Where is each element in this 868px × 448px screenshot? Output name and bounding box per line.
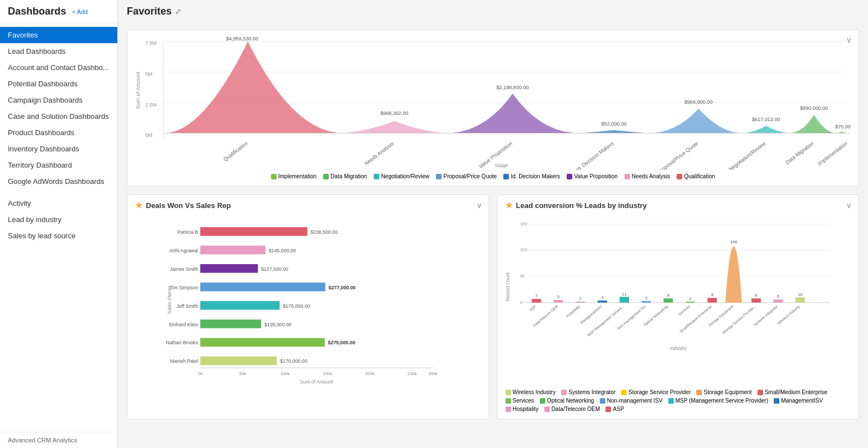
- industry-legend: Wireless Industry Systems Integrator Sto…: [506, 389, 851, 412]
- sidebar-item-activity[interactable]: Activity: [0, 195, 117, 211]
- main-content: Favorites ⤢ ∨ 7.5M 5M 2.5M 0M $4,959,530…: [118, 0, 868, 448]
- sidebar-header: Dashboards + Add: [0, 0, 117, 24]
- svg-text:6: 6: [777, 294, 779, 299]
- sidebar-item-case-solution[interactable]: Case and Solution Dashboards: [0, 108, 117, 124]
- svg-text:10: 10: [797, 292, 802, 297]
- legend-non-mgmt: Non-management ISV: [600, 398, 663, 404]
- sidebar: Dashboards + Add Favorites Lead Dashboar…: [0, 0, 118, 448]
- svg-text:Industry: Industry: [669, 345, 687, 351]
- svg-rect-94: [795, 297, 805, 302]
- svg-text:100: 100: [520, 247, 527, 252]
- svg-text:$966,900.00: $966,900.00: [685, 99, 713, 105]
- svg-text:$968,302.00: $968,302.00: [380, 109, 408, 116]
- legend-small-medium: Small/Medium Enterprise: [757, 389, 828, 395]
- svg-text:8: 8: [667, 293, 669, 298]
- svg-rect-83: [663, 298, 673, 302]
- legend-storage-service: Storage Service Provider: [621, 389, 691, 395]
- legend-data-telecom: Data/Telecom OEM: [544, 406, 600, 412]
- sidebar-item-inventory[interactable]: Inventory Dashboards: [0, 141, 117, 157]
- bar-chart-title: ★ Deals Won Vs Sales Rep: [135, 201, 481, 210]
- legend-item-implementation: Implementation: [271, 173, 316, 179]
- svg-rect-75: [575, 302, 585, 303]
- bar-chart-card: ∨ ★ Deals Won Vs Sales Rep Sales Owner P…: [127, 195, 489, 419]
- legend-hospitality: Hospitality: [506, 406, 539, 412]
- svg-text:$145,000.00: $145,000.00: [269, 248, 296, 253]
- svg-text:$75,000.00: $75,000.00: [835, 123, 851, 129]
- main-header: Favorites ⤢: [127, 0, 859, 22]
- svg-text:150: 150: [520, 221, 527, 227]
- svg-text:9: 9: [711, 292, 713, 297]
- svg-text:Hospitality: Hospitality: [565, 304, 581, 318]
- svg-text:$135,000.00: $135,000.00: [264, 322, 292, 327]
- industry-chart-svg: Record Count 150 100 50 0 7 5: [506, 213, 851, 387]
- svg-text:Sum of Amount: Sum of Amount: [300, 379, 333, 385]
- sidebar-item-account-contact[interactable]: Account and Contact Dashbo...: [0, 59, 117, 76]
- svg-text:Services: Services: [677, 304, 691, 316]
- sidebar-nav: Favorites Lead Dashboards Account and Co…: [0, 24, 117, 432]
- svg-text:Wireless Industry: Wireless Industry: [776, 304, 801, 326]
- sidebar-footer: Advanced CRM Analytics: [0, 432, 117, 448]
- collapse-bar-icon[interactable]: ∨: [476, 201, 482, 210]
- svg-text:7.5M: 7.5M: [145, 40, 157, 46]
- legend-asp: ASP: [605, 406, 624, 412]
- svg-rect-85: [685, 302, 695, 303]
- svg-text:Einhard Klein: Einhard Klein: [169, 322, 198, 327]
- svg-text:Qualification: Qualification: [222, 140, 249, 163]
- legend-wireless: Wireless Industry: [506, 389, 556, 395]
- svg-text:Proposal/Price Quote: Proposal/Price Quote: [656, 140, 699, 170]
- svg-text:$4,959,530.00: $4,959,530.00: [226, 35, 259, 41]
- svg-text:ManagementISV: ManagementISV: [579, 304, 603, 325]
- legend-item-proposal: Proposal/Price Quote: [436, 173, 497, 179]
- svg-text:0M: 0M: [145, 132, 153, 138]
- legend-storage-equipment: Storage Equipment: [696, 389, 752, 395]
- svg-text:7: 7: [535, 293, 537, 298]
- svg-text:100k: 100k: [281, 371, 290, 376]
- svg-rect-51: [200, 357, 277, 366]
- svg-text:Needs Analysis: Needs Analysis: [363, 140, 395, 167]
- svg-rect-71: [531, 299, 541, 303]
- sidebar-item-sales-lead-source[interactable]: Sales by lead source: [0, 228, 117, 244]
- svg-text:$127,500.00: $127,500.00: [261, 266, 288, 272]
- sidebar-item-lead-industry[interactable]: Lead by industry: [0, 211, 117, 228]
- svg-text:300k: 300k: [428, 371, 438, 376]
- svg-text:150k: 150k: [323, 371, 332, 376]
- funnel-svg: 7.5M 5M 2.5M 0M $4,959,530.00 $968,302.0…: [135, 35, 851, 170]
- legend-item-qualification: Qualification: [677, 173, 715, 179]
- funnel-chart-area: 7.5M 5M 2.5M 0M $4,959,530.00 $968,302.0…: [135, 35, 851, 170]
- industry-chart-title: ★ Lead conversion % Leads by industry: [506, 201, 851, 210]
- svg-text:11: 11: [622, 292, 626, 297]
- sidebar-item-lead-dashboards[interactable]: Lead Dashboards: [0, 43, 117, 59]
- svg-text:3: 3: [645, 295, 647, 301]
- svg-rect-45: [200, 320, 261, 329]
- industry-chart-card: ∨ ★ Lead conversion % Leads by industry …: [497, 195, 860, 419]
- svg-rect-33: [200, 246, 265, 255]
- svg-text:2.5M: 2.5M: [145, 101, 157, 107]
- sidebar-item-territory[interactable]: Territory Dashboard: [0, 157, 117, 173]
- legend-mgmtisv: ManagementISV: [774, 398, 823, 404]
- svg-text:Stage: Stage: [495, 161, 508, 168]
- svg-rect-30: [200, 227, 307, 236]
- collapse-industry-icon[interactable]: ∨: [846, 201, 852, 210]
- sidebar-item-adwords[interactable]: Google AdWords Dashboards: [0, 173, 117, 190]
- add-dashboard-button[interactable]: + Add: [72, 8, 88, 15]
- svg-rect-77: [598, 301, 607, 303]
- star-icon-bar: ★: [135, 201, 143, 210]
- legend-item-needs-analysis: Needs Analysis: [624, 173, 670, 179]
- svg-text:$890,000.00: $890,000.00: [800, 105, 828, 111]
- svg-text:Jeff Smith: Jeff Smith: [177, 303, 199, 309]
- external-link-icon: ⤢: [175, 7, 181, 16]
- legend-msp: MSP (Management Service Provider): [668, 398, 768, 404]
- svg-text:$617,013.00: $617,013.00: [752, 116, 780, 122]
- sidebar-item-potential[interactable]: Potential Dashboards: [0, 76, 117, 92]
- legend-item-value-prop: Value Proposition: [567, 173, 618, 179]
- sidebar-item-favorites[interactable]: Favorites: [0, 27, 117, 43]
- svg-text:$2,198,800.00: $2,198,800.00: [497, 84, 529, 90]
- svg-text:MSP Management Service...: MSP Management Service...: [586, 304, 625, 337]
- svg-text:5: 5: [557, 294, 559, 299]
- sidebar-item-product[interactable]: Product Dashboards: [0, 124, 117, 141]
- svg-text:50k: 50k: [239, 371, 246, 376]
- sidebar-item-campaign[interactable]: Campaign Dashboards: [0, 92, 117, 108]
- svg-text:250k: 250k: [407, 371, 417, 376]
- svg-text:Manish Patel: Manish Patel: [170, 358, 198, 364]
- svg-rect-90: [751, 298, 761, 302]
